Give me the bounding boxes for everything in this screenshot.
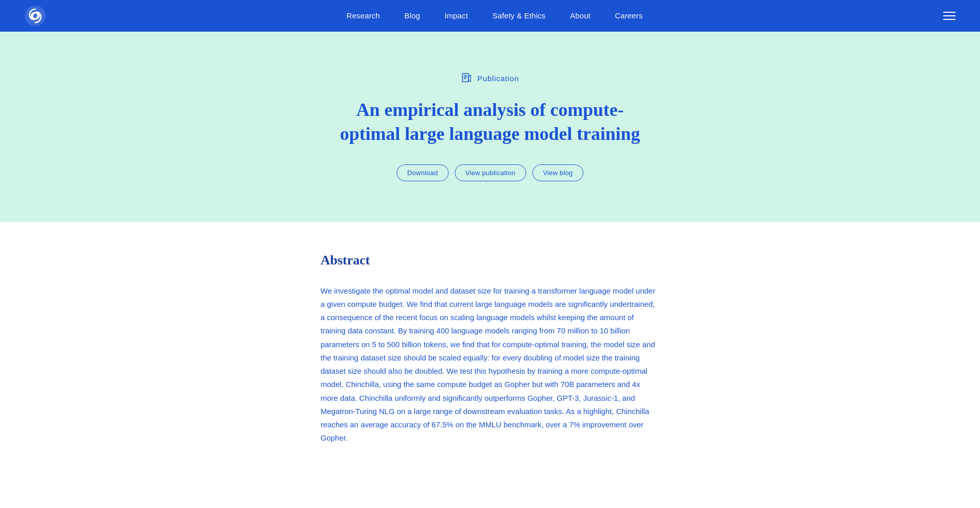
hero-buttons: Download View publication View blog — [397, 164, 583, 181]
nav-item-research[interactable]: Research — [347, 11, 380, 20]
nav-item-safety[interactable]: Safety & Ethics — [493, 11, 546, 20]
svg-rect-1 — [462, 74, 469, 82]
publication-badge: Publication — [461, 72, 519, 84]
hero-section: Publication An empirical analysis of com… — [0, 32, 980, 222]
logo[interactable] — [24, 5, 46, 27]
nav-item-impact[interactable]: Impact — [445, 11, 468, 20]
abstract-text: We investigate the optimal model and dat… — [321, 284, 659, 445]
abstract-section: Abstract We investigate the optimal mode… — [296, 222, 684, 486]
nav-item-blog[interactable]: Blog — [404, 11, 420, 20]
download-button[interactable]: Download — [397, 164, 449, 181]
badge-label: Publication — [477, 74, 519, 83]
nav-links: Research Blog Impact Safety & Ethics Abo… — [347, 11, 643, 20]
page-title: An empirical analysis of compute-optimal… — [332, 98, 648, 146]
view-publication-button[interactable]: View publication — [455, 164, 526, 181]
hamburger-menu-icon[interactable] — [943, 12, 955, 20]
navbar: Research Blog Impact Safety & Ethics Abo… — [0, 0, 980, 32]
nav-item-about[interactable]: About — [570, 11, 591, 20]
publication-icon — [461, 72, 472, 84]
nav-item-careers[interactable]: Careers — [615, 11, 643, 20]
abstract-title: Abstract — [321, 253, 659, 268]
view-blog-button[interactable]: View blog — [532, 164, 583, 181]
logo-icon — [24, 5, 46, 27]
